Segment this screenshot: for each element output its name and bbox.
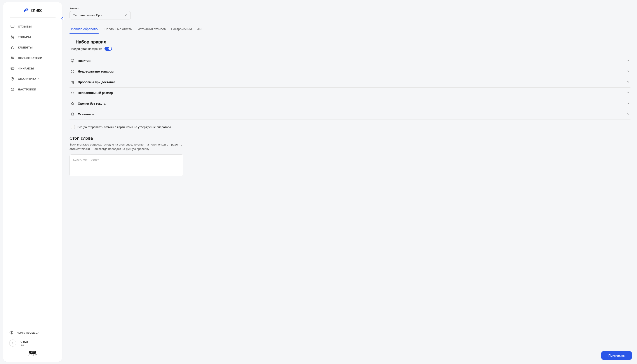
stop-words-input[interactable] <box>70 154 183 176</box>
svg-point-4 <box>11 56 13 58</box>
thumb-icon <box>10 45 15 50</box>
svg-point-9 <box>12 89 13 90</box>
chevron-down-icon <box>627 91 629 94</box>
annotation-arrow-2 <box>63 130 64 136</box>
svg-point-5 <box>13 57 14 58</box>
brand-logo[interactable]: спикс <box>10 8 56 18</box>
client-select-value: Тест аналитики Про <box>73 14 102 17</box>
sidebar-item-label: НАСТРОЙКИ <box>18 88 36 91</box>
sidebar-item-users[interactable]: ПОЛЬЗОВАТЕЛИ <box>8 53 58 63</box>
sidebar-item-label: АНАЛИТИКА <box>18 77 36 80</box>
chevron-down-icon <box>627 113 629 116</box>
rule-row-ratings-no-text[interactable]: Оценки без текста <box>70 98 630 109</box>
rule-row-dissatisfaction[interactable]: Недовольство товаром <box>70 66 630 77</box>
help-link[interactable]: Нужна Помощь? <box>9 328 56 339</box>
back-button[interactable]: ← <box>70 40 74 44</box>
stop-words-heading: Стоп слова <box>70 136 630 141</box>
dev-badge: DEV <box>29 351 36 354</box>
svg-point-16 <box>73 71 73 71</box>
chevron-down-icon <box>627 80 629 84</box>
svg-point-3 <box>13 38 14 39</box>
rule-title: Оценки без текста <box>78 102 627 105</box>
chevron-down-icon <box>124 14 127 17</box>
tab-processing-rules[interactable]: Правила обработки <box>70 26 99 34</box>
chevron-down-icon <box>627 70 629 73</box>
tabs: Правила обработки Шаблонные ответы Источ… <box>70 26 630 34</box>
help-label: Нужна Помощь? <box>17 331 39 334</box>
sad-icon <box>70 69 75 74</box>
gear-icon <box>10 87 15 92</box>
card-icon <box>10 66 15 71</box>
delivery-icon <box>70 80 75 84</box>
chevron-down-icon <box>627 102 629 105</box>
svg-point-18 <box>73 83 74 84</box>
sidebar-item-label: КЛИЕНТЫ <box>18 46 33 49</box>
sidebar-item-label: ФИНАНСЫ <box>18 67 34 70</box>
rule-row-other[interactable]: Остальное <box>70 109 630 120</box>
tab-api[interactable]: API <box>197 26 202 34</box>
images-approval-checkbox[interactable] <box>71 125 75 129</box>
version-text: v1.16.25 <box>9 354 56 356</box>
rules-list: Позитив Недовольство товаром Проблемы пр… <box>70 56 630 120</box>
tab-template-answers[interactable]: Шаблонные ответы <box>104 26 133 34</box>
svg-rect-1 <box>11 25 14 27</box>
version-info: DEV v1.16.25 <box>9 350 56 356</box>
rule-row-positive[interactable]: Позитив <box>70 56 630 66</box>
sidebar-item-analytics[interactable]: АНАЛИТИКА <box>8 74 58 84</box>
sidebar-item-finance[interactable]: ФИНАНСЫ <box>8 63 58 74</box>
advanced-toggle-label: Продвинутая настройка <box>70 47 102 50</box>
svg-point-17 <box>72 83 72 84</box>
sidebar-item-label: ОТЗЫВЫ <box>18 25 32 28</box>
rule-title: Недовольство товаром <box>78 70 627 73</box>
sidebar-item-reviews[interactable]: ОТЗЫВЫ <box>8 21 58 32</box>
svg-point-14 <box>71 70 74 73</box>
advanced-toggle[interactable] <box>105 47 112 51</box>
chevron-down-icon <box>627 59 629 62</box>
client-select[interactable]: Тест аналитики Про <box>70 11 131 20</box>
tab-ai-settings[interactable]: Настройки ИИ <box>171 26 192 34</box>
annotation-arrow-1 <box>63 108 64 117</box>
sidebar-item-products[interactable]: ТОВАРЫ <box>8 32 58 42</box>
client-select-label: Клиент: <box>70 6 630 10</box>
svg-rect-6 <box>11 67 14 70</box>
parrot-logo-icon <box>23 8 29 13</box>
rule-row-delivery-issues[interactable]: Проблемы при доставке <box>70 77 630 88</box>
sidebar-nav: ОТЗЫВЫ ТОВАРЫ КЛИЕНТЫ ПОЛЬЗОВАТЕЛИ ФИНАН… <box>3 21 62 328</box>
help-icon <box>9 330 14 335</box>
smile-icon <box>70 58 75 63</box>
stop-words-help-text: Если в отзыве встречается одно из стоп-с… <box>70 142 183 152</box>
pie-chart-icon <box>10 76 15 81</box>
svg-point-0 <box>27 9 27 10</box>
svg-point-7 <box>12 68 12 68</box>
sidebar: спикс ОТЗЫВЫ ТОВАРЫ КЛИЕНТЫ ПОЛЬ <box>3 2 62 362</box>
rule-row-wrong-size[interactable]: Неправильный размер <box>70 88 630 98</box>
avatar: А <box>9 340 16 346</box>
rule-title: Позитив <box>78 59 627 62</box>
user-name: Алиса <box>20 340 28 343</box>
sidebar-item-label: ПОЛЬЗОВАТЕЛИ <box>18 56 43 60</box>
sidebar-footer: Нужна Помощь? А Алиса Spix DEV v1.16.25 <box>3 328 62 356</box>
rule-title: Проблемы при доставке <box>78 80 627 84</box>
chevron-down-icon <box>38 78 40 80</box>
cart-icon <box>10 34 15 39</box>
main-content: Клиент: Тест аналитики Про Правила обраб… <box>63 0 637 364</box>
chat-icon <box>10 24 15 29</box>
apply-button[interactable]: Применить <box>601 351 632 360</box>
images-approval-row: Всегда отправлять отзывы с картинками на… <box>70 124 630 130</box>
svg-point-13 <box>73 60 73 60</box>
rule-title: Неправильный размер <box>78 91 627 94</box>
size-icon <box>70 91 75 95</box>
rule-title: Остальное <box>78 112 627 116</box>
sidebar-item-label: ТОВАРЫ <box>18 36 31 39</box>
images-approval-label: Всегда отправлять отзывы с картинками на… <box>77 126 171 129</box>
star-icon <box>70 102 75 106</box>
page-title: Набор правил <box>76 40 107 44</box>
sidebar-item-clients[interactable]: КЛИЕНТЫ <box>8 42 58 53</box>
user-profile[interactable]: А Алиса Spix <box>9 339 56 348</box>
sidebar-item-settings[interactable]: НАСТРОЙКИ <box>8 84 58 94</box>
svg-point-11 <box>71 59 74 62</box>
puzzle-icon <box>70 112 75 116</box>
tab-review-sources[interactable]: Источники отзывов <box>138 26 166 34</box>
brand-name: спикс <box>31 8 42 13</box>
user-subtitle: Spix <box>20 344 28 346</box>
